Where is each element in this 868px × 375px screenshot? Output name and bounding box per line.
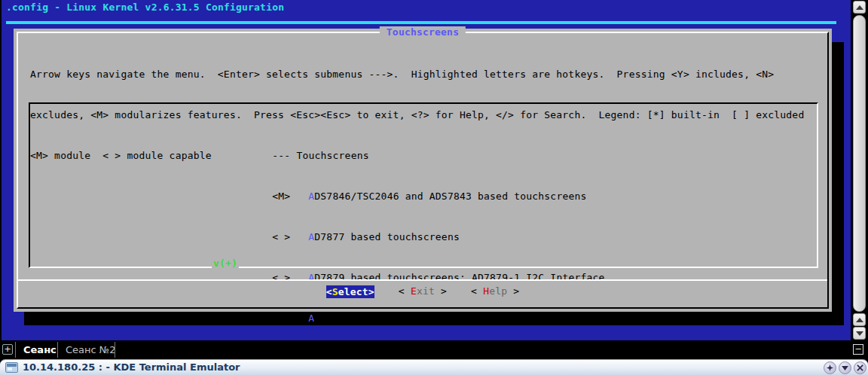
close-icon bbox=[857, 364, 863, 371]
menu-item-ad7879-i2c[interactable]: < >AD7879 based touchscreens: AD7879-1 I… bbox=[212, 258, 605, 271]
select-button[interactable]: <Select> bbox=[326, 285, 374, 298]
item-label: D7877 based touchscreens bbox=[314, 231, 460, 242]
item-label: D7879 based touchscreens: AD7879 SPI Int… bbox=[314, 312, 592, 324]
item-label: D7879 based touchscreens: AD7879-1 I2C I… bbox=[314, 272, 604, 283]
new-session-button[interactable]: + bbox=[2, 344, 13, 355]
item-marker: < > bbox=[272, 271, 308, 285]
window-close-button[interactable] bbox=[854, 361, 866, 374]
tab-session-2[interactable]: Сеанс №2 bbox=[58, 340, 124, 359]
plus-icon: + bbox=[4, 344, 11, 354]
menu-items: --- Touchscreens <M>ADS7846/TSC2046 and … bbox=[212, 108, 605, 375]
terminal-viewport: .config - Linux Kernel v2.6.31.5 Configu… bbox=[2, 0, 851, 340]
window-title: 10.14.180.25 : - KDE Terminal Emulator bbox=[23, 361, 240, 373]
dialog-title: Touchscreens bbox=[380, 26, 466, 38]
button-separator-line bbox=[18, 279, 827, 281]
menu-item-ad7879-spi[interactable]: < >AD7879 based touchscreens: AD7879 SPI… bbox=[212, 298, 605, 312]
item-label: DS7846/TSC2046 and ADS7843 based touchsc… bbox=[314, 191, 586, 202]
scrollbar-down-button[interactable] bbox=[853, 327, 866, 340]
window-sticky-button[interactable] bbox=[824, 361, 836, 374]
header-separator-line bbox=[6, 21, 836, 24]
kconfig-header: .config - Linux Kernel v2.6.31.5 Configu… bbox=[6, 2, 284, 13]
scrollbar-thumb[interactable] bbox=[853, 15, 866, 312]
tabbar-collapse-button[interactable]: − bbox=[853, 344, 863, 355]
scrollbar-up-button[interactable] bbox=[853, 1, 866, 14]
scroll-up-icon bbox=[856, 5, 863, 10]
scroll-up-icon bbox=[856, 318, 863, 322]
item-marker: <M> bbox=[272, 190, 308, 203]
exit-button[interactable]: < Exit > bbox=[399, 285, 447, 298]
item-marker: < > bbox=[272, 230, 308, 244]
screen: .config - Linux Kernel v2.6.31.5 Configu… bbox=[0, 0, 868, 375]
scrollbar-up-button-bottom[interactable] bbox=[853, 313, 866, 326]
window-titlebar[interactable]: 10.14.180.25 : - KDE Terminal Emulator bbox=[0, 359, 868, 375]
scroll-more-indicator[interactable]: v(+) bbox=[212, 258, 239, 270]
help-line: Arrow keys navigate the menu. <Enter> se… bbox=[30, 68, 804, 81]
scrollbar bbox=[851, 0, 868, 340]
session-tabbar: + Сеанс Сеанс №2 − bbox=[0, 340, 868, 359]
help-button[interactable]: < Help > bbox=[471, 285, 519, 298]
sticky-star-icon bbox=[827, 364, 833, 371]
dialog-buttons: <Select> < Exit > < Help > bbox=[14, 285, 832, 298]
menu-item-ad7877[interactable]: < >AD7877 based touchscreens bbox=[212, 217, 605, 230]
menu-item-ads7846[interactable]: <M>ADS7846/TSC2046 and ADS7843 based tou… bbox=[212, 176, 605, 190]
minus-icon: − bbox=[854, 344, 861, 354]
tab-separator bbox=[115, 342, 115, 358]
menu-section-label: --- Touchscreens bbox=[212, 136, 605, 149]
minimize-arrow-icon bbox=[842, 365, 848, 370]
terminal-app-icon bbox=[5, 362, 18, 373]
item-marker: < > bbox=[272, 312, 308, 325]
window-minimize-button[interactable] bbox=[839, 361, 851, 374]
touchscreens-dialog: Touchscreens Arrow keys navigate the men… bbox=[14, 29, 832, 312]
scroll-down-icon bbox=[856, 331, 863, 336]
